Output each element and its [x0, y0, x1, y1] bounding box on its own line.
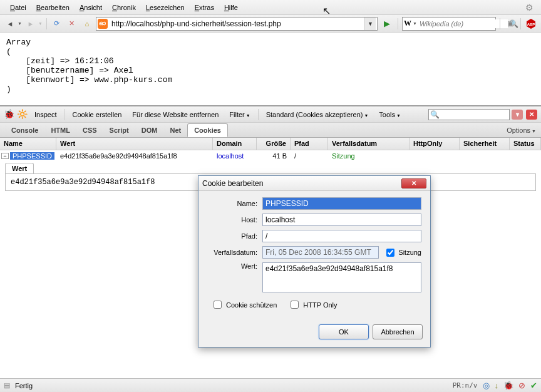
status-icon-download[interactable]: ↓ — [495, 381, 499, 390]
firebug-minimize-button[interactable]: ▾ — [512, 110, 523, 120]
search-engine-dropdown[interactable]: ▼ — [413, 21, 417, 26]
search-box[interactable]: W ▼ 🔍 — [402, 17, 496, 31]
firebug-toolbar: 🐞 🔆 Inspect Cookie erstellen Für diese W… — [0, 106, 541, 123]
stop-button[interactable]: ✕ — [66, 18, 78, 30]
col-wert[interactable]: Wert — [56, 138, 213, 150]
col-security[interactable]: Sicherheit — [460, 138, 510, 150]
back-dropdown[interactable]: ▼ — [18, 21, 22, 26]
favicon-xampp-icon: ഓ — [98, 19, 108, 29]
tab-dom[interactable]: DOM — [135, 124, 164, 137]
firebug-search-input[interactable] — [428, 109, 510, 120]
inspect-button[interactable]: Inspect — [30, 108, 61, 121]
permissions-button[interactable]: Standard (Cookies akzeptieren)▼ — [262, 108, 373, 121]
checkbox-session[interactable] — [386, 249, 394, 257]
menu-bearbeiten[interactable]: Bearbeiten — [31, 2, 75, 13]
inspect-icon[interactable]: 🔆 — [17, 109, 28, 120]
dialog-titlebar[interactable]: Cookie bearbeiten ✕ — [198, 176, 430, 191]
menu-extras[interactable]: Extras — [190, 2, 219, 13]
status-icon-check[interactable]: ✔ — [530, 381, 537, 390]
label-httponly: HTTP Only — [303, 301, 337, 309]
label-host: Host: — [207, 216, 257, 224]
cookie-row[interactable]: − PHPSESSID e4d21f35a6e9a3e92d94948af815… — [0, 150, 541, 162]
menubar: Datei Bearbeiten Ansicht Chronik Lesezei… — [0, 0, 541, 15]
cookie-table-header: Name Wert Domain Größe Pfad Verfallsdatu… — [0, 138, 541, 150]
tab-console[interactable]: Console — [5, 124, 44, 137]
col-status[interactable]: Status — [510, 138, 541, 150]
go-button[interactable]: ▶ — [380, 19, 394, 28]
url-input[interactable] — [110, 18, 364, 29]
tools-button[interactable]: Tools▼ — [374, 108, 405, 121]
menu-chronik[interactable]: Chronik — [107, 2, 141, 13]
cookie-name: PHPSESSID — [10, 152, 54, 160]
back-button[interactable]: ◄ — [4, 18, 16, 30]
input-wert[interactable] — [262, 262, 421, 292]
cookie-wert: e4d21f35a6e9a3e92d94948af815a1f8 — [56, 150, 213, 162]
menu-ansicht[interactable]: Ansicht — [75, 2, 107, 13]
cookie-expires: Sitzung — [328, 150, 410, 162]
wiki-icon: W — [404, 19, 411, 28]
cookie-size: 41 B — [257, 150, 291, 162]
label-name: Name: — [207, 200, 257, 207]
label-expires: Verfallsdatum: — [207, 249, 257, 256]
statusbar: ▤ Fertig PR:n/v ◎ ↓ 🐞 ⊘ ✔ — [0, 378, 541, 392]
expand-toggle[interactable]: − — [1, 153, 9, 159]
ok-button[interactable]: OK — [319, 324, 369, 339]
url-bar[interactable]: ഓ ▼ — [96, 17, 378, 31]
forward-button[interactable]: ► — [24, 18, 37, 30]
firebug-icon[interactable]: 🐞 — [4, 109, 15, 120]
url-dropdown[interactable]: ▼ — [364, 18, 376, 30]
fb-search-icon: 🔍 — [430, 110, 440, 119]
page-content: Array ( [zeit] => 16:21:06 [benutzername… — [0, 33, 541, 105]
firebug-tabs: Console HTML CSS Script DOM Net Cookies … — [0, 123, 541, 138]
dialog-close-button[interactable]: ✕ — [401, 178, 426, 188]
options-dropdown[interactable]: Options▼ — [507, 126, 536, 134]
tab-groups-icon[interactable]: ▣ — [504, 18, 517, 30]
label-wert: Wert: — [207, 262, 257, 270]
col-httponly[interactable]: HttpOnly — [410, 138, 460, 150]
col-path[interactable]: Pfad — [291, 138, 328, 150]
menu-lesezeichen[interactable]: Lesezeichen — [141, 2, 190, 13]
cookie-create-button[interactable]: Cookie erstellen — [68, 108, 126, 121]
status-icon-globe[interactable]: ◎ — [483, 381, 490, 390]
input-expires — [262, 246, 379, 259]
cancel-button[interactable]: Abbrechen — [373, 324, 423, 339]
label-path: Pfad: — [207, 232, 257, 240]
statusbar-text: Fertig — [15, 382, 33, 389]
menu-hilfe[interactable]: Hilfe — [219, 2, 243, 13]
home-button[interactable]: ⌂ — [81, 18, 93, 30]
tab-css[interactable]: CSS — [76, 124, 103, 137]
col-name[interactable]: Name — [0, 138, 56, 150]
cookie-domain[interactable]: localhost — [213, 150, 257, 162]
input-host[interactable] — [262, 214, 421, 226]
cookie-edit-dialog: Cookie bearbeiten ✕ Name: Host: Pfad: Ve… — [198, 175, 431, 348]
svg-text:ABP: ABP — [527, 23, 535, 26]
settings-icon[interactable]: ⚙ — [525, 3, 536, 13]
col-domain[interactable]: Domain — [213, 138, 257, 150]
search-input[interactable] — [418, 19, 508, 28]
firebug-close-button[interactable]: ✕ — [526, 110, 537, 120]
forward-dropdown[interactable]: ▼ — [38, 21, 43, 26]
col-size[interactable]: Größe — [257, 138, 291, 150]
input-path[interactable] — [262, 230, 421, 242]
abp-icon[interactable]: ABP — [525, 18, 537, 30]
pagerank-label: PR:n/v — [453, 381, 478, 389]
checkbox-httponly[interactable] — [291, 301, 299, 309]
checkbox-protect[interactable] — [214, 301, 222, 309]
status-icon-error[interactable]: ⊘ — [518, 381, 525, 390]
tab-cookies[interactable]: Cookies — [187, 123, 228, 137]
filter-button[interactable]: Filter▼ — [225, 108, 254, 121]
clear-site-button[interactable]: Für diese Website entfernen — [128, 108, 223, 121]
menu-datei[interactable]: Datei — [5, 2, 31, 13]
nav-toolbar: ◄ ▼ ► ▼ ⟳ ✕ ⌂ ഓ ▼ ▶ W ▼ 🔍 ▣ ABP — [0, 15, 541, 33]
label-session: Sitzung — [398, 249, 421, 256]
tab-html[interactable]: HTML — [44, 124, 76, 137]
tab-net[interactable]: Net — [163, 124, 187, 137]
tab-script[interactable]: Script — [103, 124, 135, 137]
cookie-path: / — [291, 150, 328, 162]
reload-button[interactable]: ⟳ — [51, 18, 63, 30]
status-icon-bug[interactable]: 🐞 — [503, 381, 513, 390]
col-expires[interactable]: Verfallsdatum — [328, 138, 410, 150]
wert-tab[interactable]: Wert — [5, 163, 34, 173]
input-name[interactable] — [262, 197, 421, 210]
label-protect: Cookie schützen — [226, 301, 277, 309]
